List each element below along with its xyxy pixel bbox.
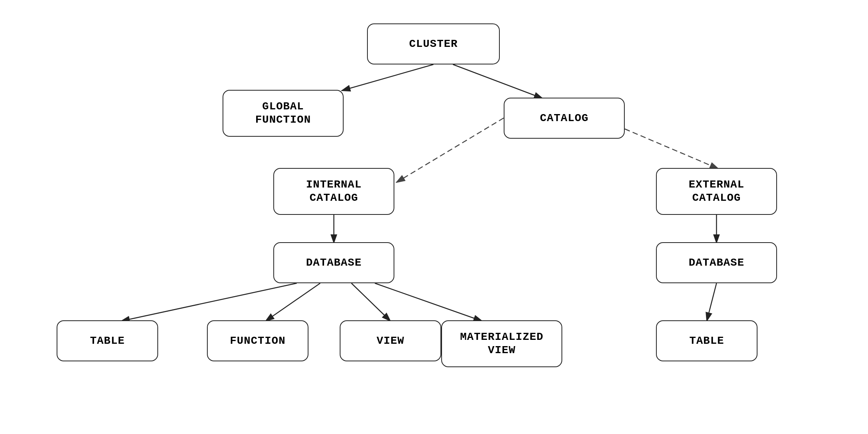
global-function-node: GLOBALFUNCTION	[223, 90, 344, 137]
svg-line-4	[396, 118, 504, 182]
svg-line-9	[266, 283, 320, 321]
function-node: FUNCTION	[207, 320, 308, 361]
cluster-node: CLUSTER	[367, 23, 500, 64]
diagram-container: CLUSTER GLOBALFUNCTION CATALOG INTERNALC…	[0, 0, 868, 434]
table-left-node: TABLE	[57, 320, 158, 361]
svg-line-8	[121, 283, 297, 321]
view-node: VIEW	[340, 320, 441, 361]
connection-lines	[0, 0, 868, 434]
external-catalog-node: EXTERNALCATALOG	[656, 168, 777, 215]
svg-line-11	[375, 283, 482, 321]
table-right-node: TABLE	[656, 320, 757, 361]
svg-line-12	[707, 283, 717, 321]
catalog-node: CATALOG	[504, 98, 625, 139]
svg-line-3	[453, 64, 543, 98]
svg-line-2	[342, 64, 433, 91]
database-left-node: DATABASE	[273, 242, 394, 283]
svg-line-5	[625, 129, 718, 169]
database-right-node: DATABASE	[656, 242, 777, 283]
internal-catalog-node: INTERNALCATALOG	[273, 168, 394, 215]
materialized-view-node: MATERIALIZEDVIEW	[441, 320, 562, 367]
svg-line-10	[351, 283, 390, 321]
